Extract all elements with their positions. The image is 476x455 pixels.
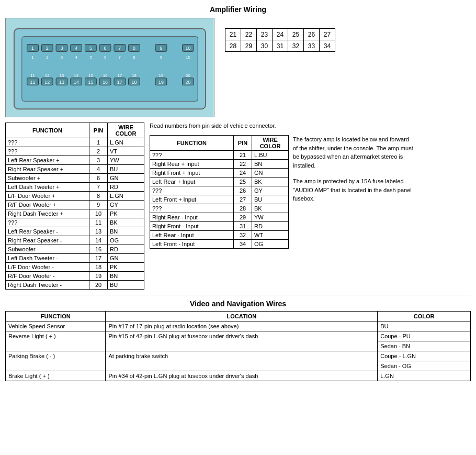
svg-text:16: 16 (103, 73, 108, 78)
note-2: The amp is protected by a 15A fuse label… (293, 177, 413, 203)
color-cell: BN (252, 160, 289, 169)
function-cell: ??? (6, 138, 89, 147)
color-cell: L.GN (108, 192, 144, 201)
pin-cell: 7 (89, 183, 108, 192)
color-cell: Coupe - L.GN (378, 351, 471, 361)
left-header-color: WIRE COLOR (108, 123, 144, 138)
svg-text:13: 13 (59, 80, 64, 85)
color-cell: BU (108, 165, 144, 174)
pin-cell: 32 (288, 40, 304, 52)
color-cell: RD (108, 183, 144, 192)
table-row: Left Rear + Input25BK (150, 177, 289, 186)
table-row: Left Dash Tweeter +7RD (6, 183, 144, 192)
pin-cell: 22 (234, 160, 252, 169)
svg-text:17: 17 (117, 80, 122, 85)
table-row: Right Rear Speaker +4BU (6, 165, 144, 174)
pin-grid-container: 21222324252627 28293031323334 (225, 18, 335, 52)
svg-text:13: 13 (60, 73, 64, 78)
left-header-pin: PIN (89, 123, 108, 138)
svg-text:6: 6 (104, 46, 107, 51)
pin-cell: 20 (89, 281, 108, 290)
location-cell: At parking brake switch (106, 351, 378, 371)
color-cell: PK (108, 209, 144, 218)
nav-section-title: Video and Navigation Wires (5, 295, 471, 308)
svg-text:8: 8 (133, 55, 135, 60)
svg-text:12: 12 (44, 80, 50, 85)
read-note: Read numbers from pin side of vehicle co… (150, 123, 471, 129)
pin-cell: 24 (273, 29, 288, 40)
table-row: Left Dash Tweeter -17GN (6, 254, 144, 263)
function-cell: Right Dash Tweeter + (6, 209, 89, 218)
function-cell: ??? (6, 147, 89, 156)
pin-cell: 17 (89, 254, 108, 263)
pin-cell: 11 (89, 218, 108, 227)
table-row: Reverse Light ( + )Pin #15 of 42-pin L.G… (6, 331, 471, 341)
pin-cell: 3 (89, 156, 108, 165)
right-header-function: FUNCTION (150, 136, 234, 151)
function-cell: L/F Door Woofer - (6, 263, 89, 272)
svg-text:11: 11 (30, 80, 36, 85)
table-row: L/F Door Woofer -18PK (6, 263, 144, 272)
svg-text:1: 1 (31, 55, 34, 60)
table-row: Parking Brake ( - )At parking brake swit… (6, 351, 471, 361)
table-row: Right Rear - Input29YW (150, 213, 289, 222)
svg-text:19: 19 (159, 73, 164, 78)
pin-cell: 1 (89, 138, 108, 147)
svg-text:3: 3 (61, 46, 63, 51)
svg-text:7: 7 (118, 46, 121, 51)
svg-text:10: 10 (186, 55, 190, 60)
table-row: ???26GY (150, 186, 289, 195)
function-cell: ??? (150, 186, 234, 195)
svg-text:20: 20 (186, 73, 190, 78)
function-cell: R/F Door Woofer + (6, 201, 89, 209)
table-row: ???11BK (6, 218, 144, 227)
function-cell: Subwoofer + (6, 174, 89, 183)
notes-section: The factory amp is located below and for… (293, 135, 413, 249)
table-row: R/F Door Woofer -19BN (6, 272, 144, 281)
color-cell: Coupe - PU (378, 331, 471, 341)
pin-cell: 32 (234, 231, 252, 240)
table-row: Left Rear Speaker +3YW (6, 156, 144, 165)
color-cell: BN (108, 227, 144, 236)
pin-cell: 10 (89, 209, 108, 218)
color-cell: L.GN (108, 138, 144, 147)
function-cell: Reverse Light ( + ) (6, 331, 106, 351)
svg-text:10: 10 (185, 46, 190, 51)
color-cell: YW (108, 156, 144, 165)
function-cell: Right Rear - Input (150, 213, 234, 222)
color-cell: BU (252, 195, 289, 204)
pin-cell: 13 (89, 227, 108, 236)
color-cell: BK (108, 218, 144, 227)
svg-text:2: 2 (46, 46, 49, 51)
pin-cell: 28 (225, 40, 241, 52)
pin-cell: 19 (89, 272, 108, 281)
pin-cell: 23 (257, 29, 273, 40)
function-cell: ??? (150, 151, 234, 160)
svg-text:17: 17 (117, 73, 122, 78)
function-cell: Right Rear + Input (150, 160, 234, 169)
svg-text:5: 5 (89, 46, 92, 51)
svg-text:20: 20 (185, 80, 190, 85)
table-row: Right Front - Input31RD (150, 222, 289, 231)
svg-text:5: 5 (89, 55, 92, 60)
function-cell: Vehicle Speed Sensor (6, 321, 106, 331)
function-cell: Left Rear + Input (150, 177, 234, 186)
pin-cell: 4 (89, 165, 108, 174)
pin-cell: 27 (320, 29, 335, 40)
svg-text:7: 7 (119, 55, 121, 60)
svg-text:14: 14 (74, 80, 79, 85)
color-cell: WT (252, 231, 289, 240)
svg-text:1: 1 (31, 46, 34, 51)
nav-header-location: LOCATION (106, 312, 378, 321)
right-header-color: WIRE COLOR (252, 136, 289, 151)
function-cell: ??? (150, 204, 234, 213)
svg-text:15: 15 (88, 73, 93, 78)
table-row: Left Front + Input27BU (150, 195, 289, 204)
pin-cell: 14 (89, 236, 108, 245)
function-cell: Right Rear Speaker + (6, 165, 89, 174)
color-cell: RD (252, 222, 289, 231)
table-row: Left Front - Input34OG (150, 240, 289, 249)
table-row: Vehicle Speed SensorPin #17 of 17-pin pl… (6, 321, 471, 331)
color-cell: OG (252, 240, 289, 249)
table-row: L/F Door Woofer +8L.GN (6, 192, 144, 201)
